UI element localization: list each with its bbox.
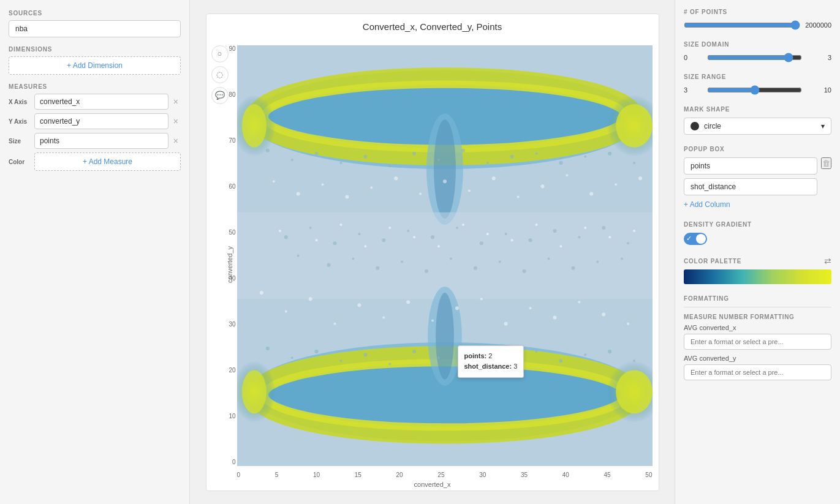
size-range-slider[interactable] xyxy=(707,85,802,95)
svg-point-95 xyxy=(584,353,586,356)
y-axis-label: converted_y xyxy=(225,246,233,283)
circle-select-tool[interactable]: ○ xyxy=(211,45,229,62)
format-input-y[interactable] xyxy=(684,364,831,380)
svg-point-129 xyxy=(638,176,642,180)
x-axis-ticks: 0 5 10 15 20 25 30 35 40 45 50 xyxy=(237,472,653,478)
svg-point-40 xyxy=(621,257,623,260)
scatter-plot[interactable]: points: 2 shot_distance: 3 xyxy=(237,45,653,466)
svg-point-22 xyxy=(528,238,532,242)
svg-point-108 xyxy=(504,322,507,325)
svg-point-91 xyxy=(486,359,488,362)
svg-point-20 xyxy=(479,241,483,245)
format-input-x[interactable] xyxy=(684,334,831,350)
sources-input[interactable] xyxy=(9,20,181,37)
popup-box-trash-button[interactable]: 🗑 xyxy=(821,157,831,169)
size-range-section: SIZE RANGE 3 10 xyxy=(684,73,831,95)
size-range-label: SIZE RANGE xyxy=(684,73,831,80)
svg-point-94 xyxy=(559,359,562,363)
format-field-label-x: AVG converted_x xyxy=(684,324,831,331)
size-range-max-val: 10 xyxy=(807,86,831,94)
size-domain-slider[interactable] xyxy=(707,53,802,62)
svg-point-49 xyxy=(486,233,488,235)
svg-point-69 xyxy=(339,161,342,164)
remove-size-button[interactable]: × xyxy=(171,135,181,147)
add-measure-button[interactable]: + Add Measure xyxy=(34,152,181,171)
svg-point-112 xyxy=(602,312,605,316)
check-icon: ✓ xyxy=(686,235,692,243)
measure-input-yaxis[interactable] xyxy=(34,113,168,129)
svg-point-47 xyxy=(437,245,440,247)
svg-point-96 xyxy=(608,350,611,353)
svg-point-80 xyxy=(608,151,611,155)
svg-point-17 xyxy=(407,230,409,232)
svg-point-122 xyxy=(467,189,470,192)
svg-point-28 xyxy=(327,263,330,266)
svg-point-24 xyxy=(578,236,580,238)
svg-point-31 xyxy=(401,260,403,263)
svg-point-23 xyxy=(553,229,556,233)
popup-box-item-points: points xyxy=(684,157,817,175)
formatting-divider xyxy=(684,307,831,307)
comment-tool[interactable]: 💬 xyxy=(211,87,229,104)
svg-point-92 xyxy=(510,353,513,356)
svg-point-30 xyxy=(376,266,379,269)
svg-point-101 xyxy=(333,322,336,325)
add-dimension-button[interactable]: + Add Dimension xyxy=(9,56,181,75)
svg-point-113 xyxy=(627,322,629,325)
color-palette-bar[interactable] xyxy=(684,269,831,284)
measure-input-size[interactable] xyxy=(34,133,168,149)
svg-point-111 xyxy=(578,301,580,303)
add-measure-row: Color + Add Measure xyxy=(9,152,181,171)
measure-input-xaxis[interactable] xyxy=(34,94,168,110)
palette-reverse-icon[interactable]: ⇄ xyxy=(824,256,831,266)
num-points-slider[interactable] xyxy=(684,20,800,30)
measure-row-size: Size × xyxy=(9,133,181,149)
measures-section: MEASURES X Axis × Y Axis × Size × Color … xyxy=(9,83,181,171)
svg-rect-11 xyxy=(237,212,653,298)
remove-yaxis-button[interactable]: × xyxy=(171,115,181,127)
measure-tag-yaxis: Y Axis xyxy=(9,118,34,125)
mark-shape-value: circle xyxy=(704,122,821,130)
svg-point-67 xyxy=(290,158,293,160)
svg-point-12 xyxy=(284,235,287,239)
density-gradient-toggle[interactable]: ✓ xyxy=(684,233,707,245)
sources-label: SOURCES xyxy=(9,10,181,17)
svg-point-36 xyxy=(522,269,526,273)
svg-point-48 xyxy=(461,223,464,225)
svg-point-87 xyxy=(388,363,391,365)
remove-xaxis-button[interactable]: × xyxy=(171,96,181,108)
density-gradient-label: DENSITY GRADIENT xyxy=(684,221,831,228)
lasso-tool[interactable]: ◌ xyxy=(211,66,229,83)
svg-point-26 xyxy=(627,242,629,244)
chevron-down-icon: ▾ xyxy=(821,122,825,130)
svg-point-41 xyxy=(278,230,281,232)
svg-point-127 xyxy=(589,192,593,195)
svg-point-107 xyxy=(480,298,482,300)
svg-point-33 xyxy=(449,257,452,260)
color-palette-section: COLOR PALETTE ⇄ xyxy=(684,256,831,284)
svg-point-44 xyxy=(364,245,366,247)
svg-point-88 xyxy=(412,350,416,353)
svg-point-50 xyxy=(510,239,513,241)
svg-point-55 xyxy=(633,230,635,232)
density-toggle-row: ✓ xyxy=(684,233,831,245)
svg-point-74 xyxy=(461,148,464,152)
svg-point-104 xyxy=(406,300,410,304)
svg-point-93 xyxy=(535,350,537,353)
measure-row-xaxis: X Axis × xyxy=(9,94,181,110)
svg-point-63 xyxy=(616,370,653,413)
svg-point-89 xyxy=(437,356,440,359)
dimensions-section: DIMENSIONS + Add Dimension xyxy=(9,46,181,75)
measure-row-yaxis: Y Axis × xyxy=(9,113,181,129)
measures-label: MEASURES xyxy=(9,83,181,90)
mark-shape-section: MARK SHAPE circle ▾ xyxy=(684,106,831,135)
svg-point-90 xyxy=(461,347,464,350)
svg-point-120 xyxy=(419,192,422,195)
svg-point-72 xyxy=(412,151,416,155)
add-column-button[interactable]: + Add Column xyxy=(684,199,730,210)
svg-point-119 xyxy=(394,176,398,180)
svg-point-102 xyxy=(357,303,361,307)
svg-point-77 xyxy=(535,152,537,154)
svg-point-70 xyxy=(363,154,367,158)
mark-shape-select[interactable]: circle ▾ xyxy=(684,118,831,135)
